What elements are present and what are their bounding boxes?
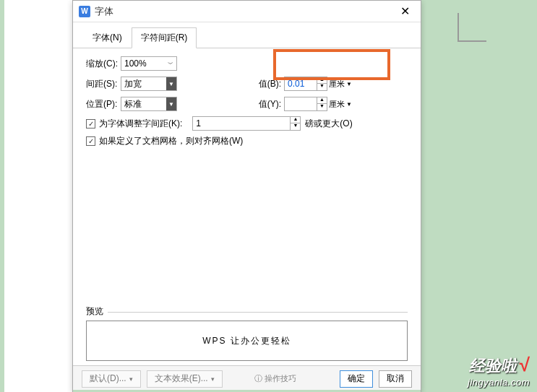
value-b-value: 0.01 — [288, 79, 304, 89]
position-row: 位置(P): 标准 ▼ 值(Y): ▲ ▼ 厘米 ▼ — [86, 96, 408, 112]
titlebar: W 字体 ✕ — [73, 1, 421, 22]
kerning-checkbox[interactable]: ✓ — [86, 119, 95, 129]
text-effect-button-label: 文本效果(E)... — [155, 373, 208, 385]
spin-down-button[interactable]: ▼ — [291, 123, 300, 130]
value-y-spinner[interactable]: ▲ ▼ — [284, 97, 327, 111]
spinner-buttons: ▲ ▼ — [317, 77, 327, 90]
kerning-row: ✓ 为字体调整字间距(K): 1 ▲ ▼ 磅或更大(O) — [86, 116, 408, 131]
unit-label: 厘米 — [329, 99, 345, 110]
ops-tip-label: 操作技巧 — [265, 373, 296, 384]
check-icon: √ — [520, 354, 530, 375]
default-button-label: 默认(D)... — [90, 373, 126, 385]
app-icon: W — [79, 6, 90, 17]
document-corner-mark — [457, 13, 486, 42]
preview-label-text: 预览 — [86, 306, 103, 316]
snap-checkbox[interactable]: ✓ — [86, 136, 95, 146]
position-combo[interactable]: 标准 ▼ — [121, 97, 177, 111]
preview-section: 预览 WPS 让办公更轻松 — [86, 305, 408, 361]
spacing-label: 间距(S): — [86, 78, 121, 90]
kerning-value: 1 — [196, 118, 201, 129]
value-b-unit-combo[interactable]: 厘米 ▼ — [329, 79, 352, 90]
value-b-label: 值(B): — [257, 78, 284, 90]
spacing-row: 间距(S): 加宽 ▼ 值(B): 0.01 ▲ ▼ 厘米 ▼ — [86, 76, 408, 92]
font-dialog: W 字体 ✕ 字体(N) 字符间距(R) 缩放(C): 100% ﹀ 间距(S)… — [72, 0, 421, 392]
spinner-buttons: ▲ ▼ — [317, 97, 327, 110]
spin-down-button[interactable]: ▼ — [317, 104, 327, 110]
kerning-spinner[interactable]: 1 ▲ ▼ — [192, 116, 301, 131]
cancel-button[interactable]: 取消 — [379, 370, 412, 388]
watermark-brand: 经验啦 — [469, 357, 517, 375]
info-icon: ⓘ — [254, 373, 262, 384]
preview-text: WPS 让办公更轻松 — [202, 335, 291, 347]
preview-label: 预览 — [86, 305, 408, 318]
kerning-label: 为字体调整字间距(K): — [99, 118, 182, 130]
scale-row: 缩放(C): 100% ﹀ — [86, 56, 408, 71]
watermark-url: jingyanla.com — [468, 377, 530, 388]
dialog-footer: 默认(D)... 文本效果(E)... ⓘ 操作技巧 确定 取消 — [73, 365, 421, 391]
snap-row: ✓ 如果定义了文档网格，则对齐网格(W) — [86, 135, 408, 147]
chevron-down-icon: ▼ — [166, 77, 176, 90]
document-page-left — [4, 0, 72, 392]
ok-button[interactable]: 确定 — [340, 370, 373, 388]
chevron-down-icon: ▼ — [166, 97, 176, 110]
close-button[interactable]: ✕ — [395, 4, 415, 19]
scale-value: 100% — [124, 58, 147, 69]
spin-down-button[interactable]: ▼ — [317, 84, 327, 90]
watermark: 经验啦 √ jingyanla.com — [468, 354, 530, 388]
chevron-down-icon: ▼ — [346, 101, 352, 108]
cancel-button-label: 取消 — [387, 373, 404, 385]
kerning-unit-label: 磅或更大(O) — [305, 118, 352, 130]
text-effect-button[interactable]: 文本效果(E)... — [147, 370, 223, 388]
scale-combo[interactable]: 100% ﹀ — [121, 56, 177, 71]
value-y-unit-combo[interactable]: 厘米 ▼ — [329, 99, 352, 110]
tab-bar: 字体(N) 字符间距(R) — [73, 22, 421, 48]
tab-char-spacing[interactable]: 字符间距(R) — [132, 27, 197, 48]
chevron-down-icon: ﹀ — [165, 57, 176, 70]
tab-content: 缩放(C): 100% ﹀ 间距(S): 加宽 ▼ 值(B): 0.01 ▲ ▼ — [73, 48, 421, 147]
chevron-down-icon: ▼ — [346, 81, 352, 87]
value-b-spinner[interactable]: 0.01 ▲ ▼ — [284, 77, 327, 91]
value-y-label: 值(Y): — [257, 98, 284, 110]
spacing-combo[interactable]: 加宽 ▼ — [121, 77, 177, 91]
dialog-title: 字体 — [95, 5, 395, 18]
snap-label: 如果定义了文档网格，则对齐网格(W) — [99, 135, 243, 147]
ok-button-label: 确定 — [348, 373, 365, 385]
position-label: 位置(P): — [86, 98, 121, 110]
default-button[interactable]: 默认(D)... — [82, 370, 141, 388]
scale-label: 缩放(C): — [86, 58, 121, 70]
ops-tip-link[interactable]: ⓘ 操作技巧 — [254, 373, 296, 384]
unit-label: 厘米 — [329, 79, 345, 90]
tab-font[interactable]: 字体(N) — [83, 27, 132, 48]
preview-box: WPS 让办公更轻松 — [86, 321, 408, 361]
spacing-value: 加宽 — [124, 78, 142, 90]
spinner-buttons: ▲ ▼ — [290, 117, 300, 130]
position-value: 标准 — [124, 98, 142, 110]
